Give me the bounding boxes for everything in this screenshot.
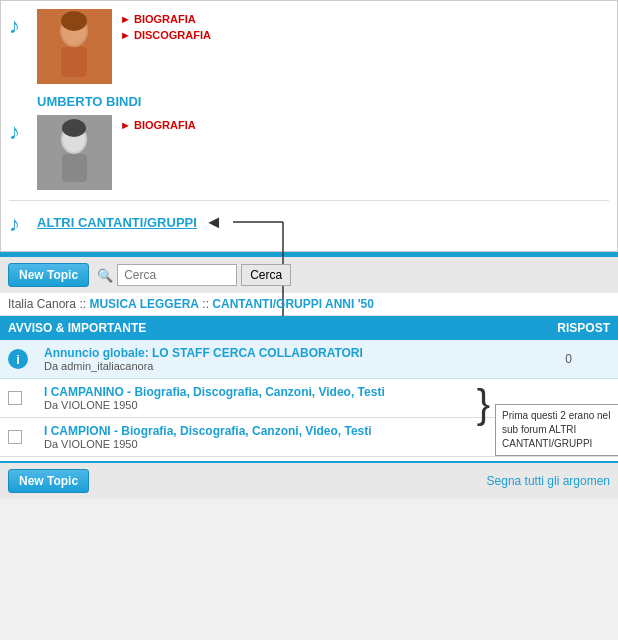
topic-1-title[interactable]: I CAMPANINO - Biografia, Discografia, Ca… <box>44 385 385 399</box>
discografia-link-1[interactable]: DISCOGRAFIA <box>120 29 211 41</box>
header-right: RISPOST <box>519 316 618 340</box>
svg-rect-4 <box>61 47 87 77</box>
topic-2-checkbox-cell <box>0 418 36 457</box>
forum-section: New Topic 🔍 Cerca Italia Canora :: MUSIC… <box>0 255 618 499</box>
music-icon-3: ♪ <box>9 211 29 237</box>
forum-toolbar-bottom: New Topic Segna tutti gli argomen <box>0 461 618 499</box>
biografia-link-2[interactable]: BIOGRAFIA <box>120 119 196 131</box>
search-input[interactable] <box>117 264 237 286</box>
new-topic-button-top[interactable]: New Topic <box>8 263 89 287</box>
announcement-row: i Annuncio globale: LO STAFF CERCA COLLA… <box>0 340 618 379</box>
breadcrumb-prefix: Italia Canora <box>8 297 76 311</box>
breadcrumb-sep1: :: <box>79 297 89 311</box>
svg-point-8 <box>62 119 86 137</box>
search-button[interactable]: Cerca <box>241 264 291 286</box>
svg-point-3 <box>61 11 87 31</box>
info-icon: i <box>8 349 28 369</box>
artist-row-1: ♪ BIOGRAFIA DISCOGRAFIA <box>9 9 609 84</box>
bracket-annotation: Prima questi 2 erano nel sub forum ALTRI… <box>495 404 618 456</box>
announcement-replies: 0 <box>519 340 618 379</box>
topic-2-checkbox[interactable] <box>8 430 22 444</box>
topic-1-checkbox-cell <box>0 379 36 418</box>
artist-photo-2 <box>37 115 112 190</box>
search-container: 🔍 Cerca <box>97 264 291 286</box>
altri-row: ♪ ALTRI CANTANTI/GRUPPI ◄ <box>9 207 609 237</box>
announcement-content: Annuncio globale: LO STAFF CERCA COLLABO… <box>36 340 519 379</box>
breadcrumb-cantanti[interactable]: CANTANTI/GRUPPI ANNI '50 <box>212 297 374 311</box>
breadcrumb: Italia Canora :: MUSICA LEGGERA :: CANTA… <box>0 293 618 316</box>
arrow-left-icon: ◄ <box>205 212 223 233</box>
table-header-row: AVVISO & IMPORTANTE RISPOST <box>0 316 618 340</box>
topics-container: AVVISO & IMPORTANTE RISPOST i Annuncio g… <box>0 316 618 457</box>
artist-row-2: ♪ BIOGRAFIA <box>9 115 609 190</box>
segna-tutti-link[interactable]: Segna tutti gli argomen <box>487 474 610 488</box>
biografia-link-1[interactable]: BIOGRAFIA <box>120 13 211 25</box>
search-icon: 🔍 <box>97 268 113 283</box>
artist-photo-1 <box>37 9 112 84</box>
svg-rect-9 <box>62 154 87 182</box>
music-icon-2: ♪ <box>9 119 29 145</box>
topic-1-checkbox[interactable] <box>8 391 22 405</box>
new-topic-button-bottom[interactable]: New Topic <box>8 469 89 493</box>
breadcrumb-sep2: :: <box>202 297 212 311</box>
breadcrumb-musica-leggera[interactable]: MUSICA LEGGERA <box>89 297 199 311</box>
artist-2-links: BIOGRAFIA <box>120 119 196 131</box>
arrow-line-svg <box>233 207 293 237</box>
forum-toolbar-top: New Topic 🔍 Cerca <box>0 255 618 293</box>
header-left: AVVISO & IMPORTANTE <box>0 316 519 340</box>
artist-1-links: BIOGRAFIA DISCOGRAFIA <box>120 13 211 41</box>
top-section: ♪ BIOGRAFIA DISCOGRAFIA UMBERTO BINDI ♪ <box>0 0 618 252</box>
artist-name-umberto[interactable]: UMBERTO BINDI <box>37 94 609 109</box>
divider <box>9 200 609 201</box>
announcement-title[interactable]: Annuncio globale: LO STAFF CERCA COLLABO… <box>44 346 363 360</box>
curly-bracket-icon: } <box>477 384 490 424</box>
announcement-author: Da admin_italiacanora <box>44 360 511 372</box>
altri-cantanti-link[interactable]: ALTRI CANTANTI/GRUPPI <box>37 215 197 230</box>
topic-2-title[interactable]: I CAMPIONI - Biografia, Discografia, Can… <box>44 424 372 438</box>
announcement-icon-cell: i <box>0 340 36 379</box>
music-icon-1: ♪ <box>9 13 29 39</box>
